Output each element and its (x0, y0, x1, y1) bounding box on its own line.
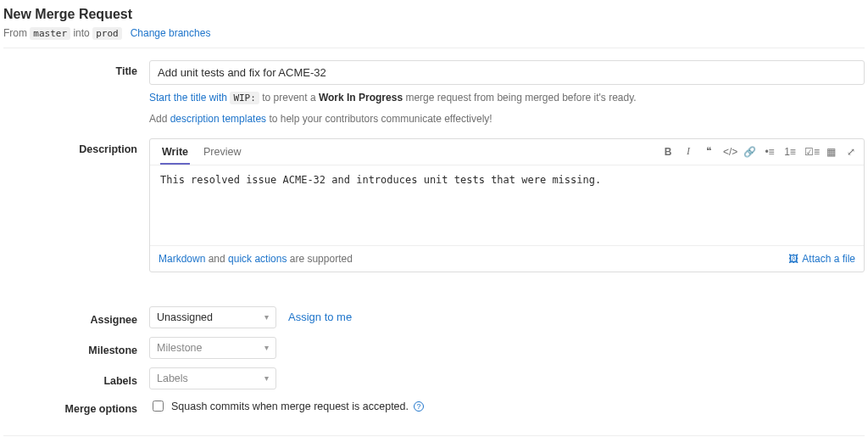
change-branches-link[interactable]: Change branches (131, 27, 211, 39)
description-templates-link[interactable]: description templates (170, 113, 266, 125)
bold-icon[interactable]: B (662, 146, 674, 158)
editor-footer-hint: Markdown and quick actions are supported (159, 253, 353, 265)
title-hint-1: Start the title with WIP: to prevent a W… (149, 90, 865, 106)
help-icon[interactable]: ? (414, 401, 424, 412)
image-icon: 🖼 (788, 253, 798, 265)
merge-options-label: Merge options (3, 398, 149, 415)
tab-write[interactable]: Write (160, 139, 190, 165)
source-branch-code: master (30, 27, 70, 40)
description-textarea[interactable]: This resolved issue ACME-32 and introduc… (150, 165, 864, 243)
squash-checkbox[interactable] (153, 401, 164, 412)
assignee-dropdown[interactable]: Unassigned ▾ (149, 306, 276, 328)
from-label: From (3, 27, 27, 39)
bullet-list-icon[interactable]: •≡ (764, 146, 776, 158)
quote-icon[interactable]: ❝ (703, 145, 715, 158)
fullscreen-icon[interactable]: ⤢ (845, 146, 857, 158)
description-editor: Write Preview B I ❝ </> 🔗 •≡ 1≡ ☑≡ ▦ ⤢ T… (149, 138, 865, 272)
labels-dropdown[interactable]: Labels ▾ (149, 367, 276, 389)
italic-icon[interactable]: I (682, 145, 694, 158)
chevron-down-icon: ▾ (264, 312, 269, 322)
code-icon[interactable]: </> (723, 146, 735, 158)
task-list-icon[interactable]: ☑≡ (804, 146, 816, 158)
chevron-down-icon: ▾ (264, 373, 269, 383)
editor-toolbar: B I ❝ </> 🔗 •≡ 1≡ ☑≡ ▦ ⤢ (662, 145, 857, 158)
description-label: Description (3, 138, 149, 155)
milestone-dropdown[interactable]: Milestone ▾ (149, 337, 276, 359)
page-title: New Merge Request (3, 7, 865, 22)
link-icon[interactable]: 🔗 (743, 146, 755, 158)
milestone-label: Milestone (3, 339, 149, 356)
labels-label: Labels (3, 370, 149, 387)
tab-preview[interactable]: Preview (202, 139, 242, 165)
squash-label: Squash commits when merge request is acc… (171, 401, 409, 412)
divider (3, 48, 865, 48)
assign-to-me-link[interactable]: Assign to me (288, 311, 352, 323)
branch-row: From master into prod Change branches (3, 27, 865, 39)
title-input[interactable] (149, 60, 865, 85)
table-icon[interactable]: ▦ (825, 146, 837, 158)
target-branch-code: prod (92, 27, 122, 40)
wip-code: WIP: (230, 92, 259, 104)
chevron-down-icon: ▾ (264, 343, 269, 352)
attach-file-button[interactable]: 🖼 Attach a file (788, 253, 855, 265)
markdown-link[interactable]: Markdown (159, 253, 205, 265)
wip-hint-link[interactable]: Start the title with (149, 92, 230, 104)
assignee-label: Assignee (3, 309, 149, 326)
title-label: Title (3, 60, 149, 77)
numbered-list-icon[interactable]: 1≡ (784, 146, 796, 158)
title-hint-2: Add description templates to help your c… (149, 111, 865, 126)
into-label: into (73, 27, 89, 39)
quick-actions-link[interactable]: quick actions (228, 253, 287, 265)
